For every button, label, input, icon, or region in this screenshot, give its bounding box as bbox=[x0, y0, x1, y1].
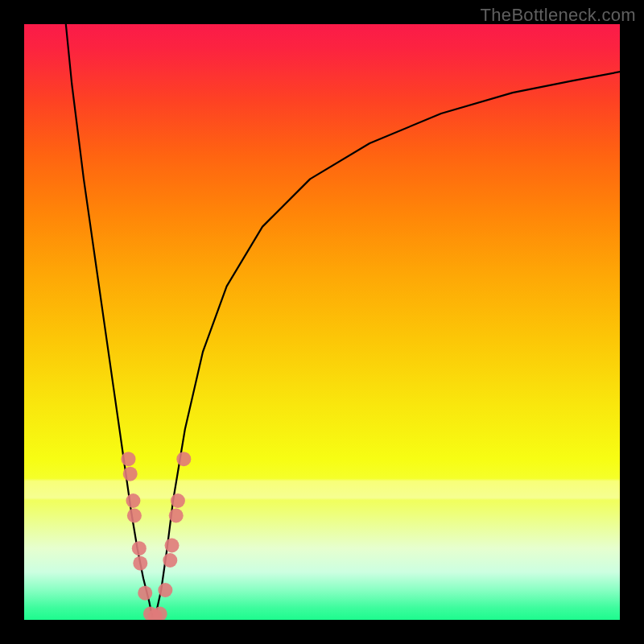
chart-frame: TheBottleneck.com bbox=[0, 0, 644, 644]
marker-dot bbox=[171, 493, 185, 508]
marker-dot bbox=[165, 539, 180, 553]
marker-dot bbox=[158, 583, 172, 597]
marker-dot bbox=[138, 586, 152, 601]
marker-dot bbox=[127, 509, 142, 523]
series-right-curve bbox=[155, 72, 620, 617]
series-left-curve bbox=[66, 24, 152, 617]
watermark-text: TheBottleneck.com bbox=[481, 5, 636, 26]
chart-svg bbox=[24, 24, 620, 620]
plot-area bbox=[24, 24, 620, 620]
marker-dot bbox=[176, 452, 191, 466]
marker-dot bbox=[126, 493, 140, 508]
marker-dot bbox=[123, 467, 138, 481]
series-group bbox=[66, 24, 620, 617]
marker-dot bbox=[122, 452, 136, 466]
marker-dot bbox=[132, 541, 147, 555]
markers-group bbox=[122, 452, 192, 620]
marker-dot bbox=[163, 553, 177, 568]
marker-dot bbox=[169, 509, 184, 523]
marker-dot bbox=[133, 556, 147, 571]
